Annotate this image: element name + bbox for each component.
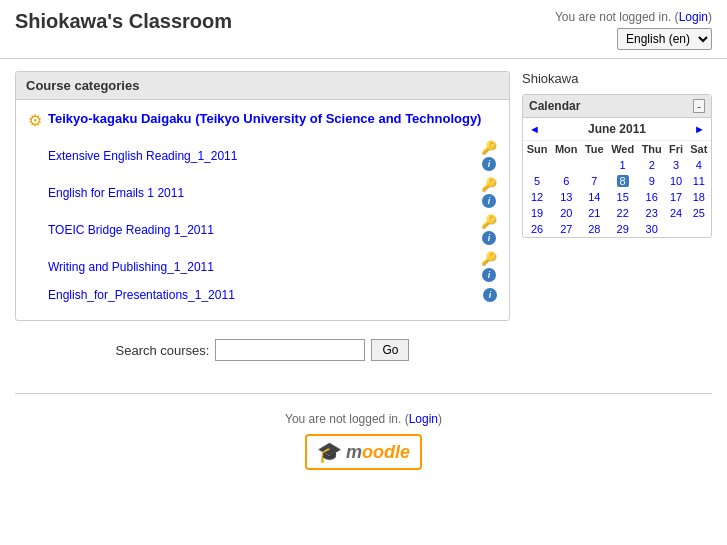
calendar-next-button[interactable]: ► [694,123,705,135]
calendar-header: Calendar - [523,95,711,118]
key-icon-3: 🔑 [481,251,497,266]
cal-day[interactable]: 1 [607,157,638,173]
cal-day[interactable]: 19 [523,205,551,221]
search-label: Search courses: [116,343,210,358]
info-icon-4[interactable]: i [483,288,497,302]
cal-header-tue: Tue [581,141,607,157]
calendar-table: Sun Mon Tue Wed Thu Fri Sat 123456789101… [523,141,711,237]
info-icon-2[interactable]: i [482,231,496,245]
course-icons-4: i [483,288,497,302]
course-icons-2: 🔑 i [481,214,497,245]
cal-day[interactable]: 12 [523,189,551,205]
left-panel: Course categories ⚙ Teikyo-kagaku Daigak… [15,71,510,371]
header-right: You are not logged in. (Login) English (… [555,10,712,50]
course-row: English for Emails 1 2011 🔑 i [28,177,497,208]
cal-day[interactable]: 21 [581,205,607,221]
course-icons-0: 🔑 i [481,140,497,171]
cal-day[interactable]: 10 [665,173,686,189]
cal-day[interactable]: 22 [607,205,638,221]
search-input[interactable] [215,339,365,361]
header-login-line: You are not logged in. (Login) [555,10,712,24]
calendar-body: 1234567891011121314151617181920212223242… [523,157,711,237]
lang-select[interactable]: English (en) [618,29,711,49]
university-name-link[interactable]: Teikyo-kagaku Daigaku (Teikyo University… [48,110,481,128]
cal-day [581,157,607,173]
lang-select-wrap[interactable]: English (en) [617,28,712,50]
search-area: Search courses: Go [15,321,510,371]
cal-day[interactable]: 5 [523,173,551,189]
course-link-1[interactable]: English for Emails 1 2011 [48,186,184,200]
info-icon-0[interactable]: i [482,157,496,171]
calendar-nav: ◄ June 2011 ► [523,118,711,141]
course-row: English_for_Presentations_1_2011 i [28,288,497,302]
cal-day[interactable]: 15 [607,189,638,205]
cal-day[interactable]: 23 [638,205,666,221]
moodle-grad-icon: 🎓 [317,440,342,464]
calendar-box: Calendar - ◄ June 2011 ► Sun Mon Tue Wed… [522,94,712,238]
course-link-0[interactable]: Extensive English Reading_1_2011 [48,149,237,163]
course-link-3[interactable]: Writing and Publishing_1_2011 [48,260,214,274]
cal-header-wed: Wed [607,141,638,157]
cal-day[interactable]: 25 [687,205,711,221]
calendar-collapse-button[interactable]: - [693,99,705,113]
cal-day[interactable]: 13 [551,189,581,205]
calendar-month: June 2011 [588,122,646,136]
cal-day[interactable]: 11 [687,173,711,189]
cal-day[interactable]: 30 [638,221,666,237]
cal-day[interactable]: 26 [523,221,551,237]
calendar-title: Calendar [529,99,580,113]
cal-day[interactable]: 17 [665,189,686,205]
cal-day[interactable]: 20 [551,205,581,221]
header-login-text: You are not logged in. ( [555,10,679,24]
cal-header-sat: Sat [687,141,711,157]
moodle-text: moodle [346,442,410,463]
cal-header-fri: Fri [665,141,686,157]
main-content: Course categories ⚙ Teikyo-kagaku Daigak… [0,59,727,383]
cal-day[interactable]: 3 [665,157,686,173]
cal-header-mon: Mon [551,141,581,157]
key-icon-0: 🔑 [481,140,497,155]
university-icon: ⚙ [28,111,42,130]
cal-day[interactable]: 9 [638,173,666,189]
university-link: ⚙ Teikyo-kagaku Daigaku (Teikyo Universi… [28,110,497,130]
footer-divider [15,393,712,394]
key-icon-1: 🔑 [481,177,497,192]
search-go-button[interactable]: Go [371,339,409,361]
course-row: TOEIC Bridge Reading 1_2011 🔑 i [28,214,497,245]
cal-day[interactable]: 16 [638,189,666,205]
site-title: Shiokawa's Classroom [15,10,232,33]
course-row: Writing and Publishing_1_2011 🔑 i [28,251,497,282]
user-name: Shiokawa [522,71,712,86]
header-login-link[interactable]: Login [679,10,708,24]
footer-login-text: You are not logged in. ( [285,412,409,426]
info-icon-3[interactable]: i [482,268,496,282]
key-icon-2: 🔑 [481,214,497,229]
course-categories-box: Course categories ⚙ Teikyo-kagaku Daigak… [15,71,510,321]
calendar-prev-button[interactable]: ◄ [529,123,540,135]
cal-day[interactable]: 28 [581,221,607,237]
cal-day[interactable]: 6 [551,173,581,189]
course-link-4[interactable]: English_for_Presentations_1_2011 [48,288,235,302]
cal-header-sun: Sun [523,141,551,157]
cal-day[interactable]: 4 [687,157,711,173]
cal-day[interactable]: 27 [551,221,581,237]
cal-day[interactable]: 14 [581,189,607,205]
course-link-2[interactable]: TOEIC Bridge Reading 1_2011 [48,223,214,237]
footer-login-link[interactable]: Login [409,412,438,426]
course-categories-body: ⚙ Teikyo-kagaku Daigaku (Teikyo Universi… [16,100,509,320]
course-row: Extensive English Reading_1_2011 🔑 i [28,140,497,171]
cal-day[interactable]: 29 [607,221,638,237]
cal-day[interactable]: 18 [687,189,711,205]
footer: You are not logged in. (Login) 🎓 moodle [0,404,727,480]
info-icon-1[interactable]: i [482,194,496,208]
cal-day [665,221,686,237]
cal-day [551,157,581,173]
footer-login-line: You are not logged in. (Login) [0,412,727,426]
course-icons-1: 🔑 i [481,177,497,208]
cal-day [523,157,551,173]
cal-day[interactable]: 2 [638,157,666,173]
cal-day[interactable]: 24 [665,205,686,221]
cal-day[interactable]: 8 [607,173,638,189]
cal-day[interactable]: 7 [581,173,607,189]
right-panel: Shiokawa Calendar - ◄ June 2011 ► Sun Mo… [522,71,712,371]
